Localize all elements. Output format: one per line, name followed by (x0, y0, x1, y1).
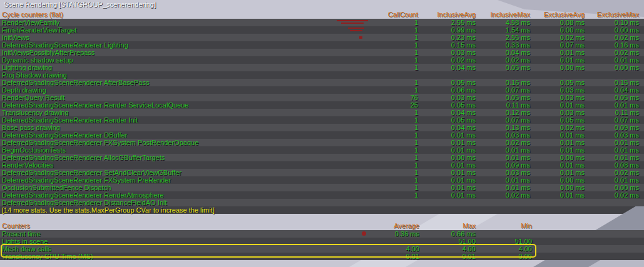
stat-name: DeferredShadingSceneRenderer Render Serv… (0, 101, 362, 109)
stat-name: Lighting drawing (0, 64, 362, 71)
stat-exclusive-avg: 0.01 ms (530, 139, 585, 146)
stat-exclusive-avg: 0.01 ms (530, 56, 585, 64)
stat-inclusive-avg: 0.03 ms (418, 49, 476, 56)
stat-name: Translucency drawing (0, 109, 362, 116)
counter-average: 0.01 (363, 253, 419, 260)
stat-exclusive-max: 0.02 ms (585, 191, 639, 199)
stat-name: DeferredShadingSceneRenderer DistanceFie… (0, 199, 362, 206)
stat-exclusive-avg: 0.08 ms (530, 19, 585, 26)
stat-exclusive-max: 0.00 ms (585, 184, 639, 191)
cycle-counter-row: DeferredShadingSceneRenderer DBuffer 1 0… (0, 131, 644, 139)
stat-callcount: 1 (362, 86, 418, 94)
stat-inclusive-avg: 0.01 ms (418, 139, 476, 146)
stat-name: InitViews (0, 34, 362, 41)
cycle-counter-row: DeferredShadingSceneRenderer RenderAtmos… (0, 191, 644, 199)
stats-overflow-notice: [14 more stats. Use the stats.MaxPerGrou… (0, 206, 644, 214)
stat-callcount: 1 (362, 64, 418, 71)
stat-group-title: Scene Rendering [STATGROUP_scenerenderin… (0, 0, 644, 10)
stat-inclusive-max: 0.16 ms (476, 79, 530, 86)
counter-max: 4.00 (419, 245, 476, 253)
counter-min: 4.00 (476, 245, 532, 253)
stat-exclusive-avg: 0.01 ms (530, 131, 585, 139)
cycle-counters-table: RenderViewFamily 1 2.55 ms 4.58 ms 0.08 … (0, 19, 644, 206)
cycle-counter-row: RenderViewFamily 1 2.55 ms 4.58 ms 0.08 … (0, 19, 644, 26)
stat-exclusive-max: 0.15 ms (585, 79, 639, 86)
cycle-counter-row: DeferredShadingSceneRenderer DistanceFie… (0, 199, 644, 206)
stat-exclusive-max: 0.05 ms (585, 94, 639, 101)
stat-exclusive-max: 0.02 ms (585, 169, 639, 176)
stat-exclusive-avg: 0.02 ms (530, 124, 585, 131)
stat-inclusive-max: 0.05 ms (476, 64, 530, 71)
stat-inclusive-avg: 0.03 ms (418, 94, 476, 101)
stat-inclusive-avg: 0.01 ms (418, 169, 476, 176)
stat-name: RenderQuery Result (0, 94, 362, 101)
column-header-callcount: CallCount (362, 10, 418, 19)
cycle-counter-row: DeferredShadingSceneRenderer AllocGBuffe… (0, 154, 644, 161)
stat-exclusive-max: 0.07 ms (585, 116, 639, 124)
counter-min: 51.00 (476, 238, 532, 245)
stat-callcount: 1 (362, 124, 418, 131)
stat-exclusive-avg: 0.02 ms (530, 34, 585, 41)
stat-inclusive-avg: 0.99 ms (418, 26, 476, 34)
cycle-counter-row: InitViews 1 0.23 ms 2.55 ms 0.02 ms 0.02… (0, 34, 644, 41)
stat-exclusive-max: 0.16 ms (585, 41, 639, 49)
stat-callcount: 1 (362, 116, 418, 124)
stat-name: Proj Shadow drawing (0, 71, 362, 79)
stat-exclusive-max: 0.00 ms (585, 64, 639, 71)
stat-exclusive-avg: 0.00 ms (530, 184, 585, 191)
stat-exclusive-max: 0.11 ms (585, 109, 639, 116)
stat-exclusive-max: 0.01 ms (585, 154, 639, 161)
cycle-counter-row: BeginOcclusionTests 1 0.01 ms 0.01 ms 0.… (0, 146, 644, 154)
cycle-counter-row: Base pass drawing 1 0.04 ms 0.13 ms 0.02… (0, 124, 644, 131)
counter-average: 4.00 (363, 245, 419, 253)
stat-inclusive-max: 0.12 ms (476, 109, 530, 116)
stat-exclusive-avg: 0.01 ms (530, 161, 585, 169)
stat-exclusive-avg: 0.00 ms (530, 64, 585, 71)
counter-average: 0.36 ms (363, 230, 419, 238)
stat-name: DeferredShadingSceneRenderer FXSystem Pr… (0, 176, 362, 184)
stat-exclusive-max: 0.01 ms (585, 146, 639, 154)
stat-exclusive-max: 0.01 ms (585, 176, 639, 184)
stat-name: DeferredShadingSceneRenderer DBuffer (0, 131, 362, 139)
stat-name: DeferredShadingSceneRenderer AllocGBuffe… (0, 154, 362, 161)
stat-inclusive-avg: 0.05 ms (418, 79, 476, 86)
stat-exclusive-max: 0.00 ms (585, 26, 639, 34)
stat-inclusive-max: 0.01 ms (476, 146, 530, 154)
stat-inclusive-max: 1.54 ms (476, 26, 530, 34)
counter-row: Translucency GPU Time (MS) 0.01 0.01 0.0… (0, 253, 644, 260)
stat-inclusive-max: 0.07 ms (476, 116, 530, 124)
cycle-counters-section-label: Cycle counters (flat) (0, 10, 362, 19)
cycle-counter-row: Translucency drawing 1 0.04 ms 0.12 ms 0… (0, 109, 644, 116)
stat-inclusive-max: 0.07 ms (476, 86, 530, 94)
stat-inclusive-avg: 0.00 ms (418, 154, 476, 161)
stat-exclusive-max: 0.01 ms (585, 139, 639, 146)
stat-callcount: 1 (362, 131, 418, 139)
stat-exclusive-max: 0.10 ms (585, 19, 639, 26)
stat-inclusive-max: 2.55 ms (476, 34, 530, 41)
stat-inclusive-max: 0.13 ms (476, 124, 530, 131)
stat-name: RenderVelocities (0, 161, 362, 169)
stat-exclusive-avg: 0.01 ms (530, 49, 585, 56)
stat-name: DeferredShadingSceneRenderer Lighting (0, 41, 362, 49)
stat-inclusive-avg: 0.23 ms (418, 34, 476, 41)
cycle-counters-header-row: Cycle counters (flat) CallCount Inclusiv… (0, 10, 644, 19)
cycle-counter-row: DeferredShadingSceneRenderer FXSystem Po… (0, 139, 644, 146)
cycle-counter-row: RenderQuery Result 76 0.03 ms 0.05 ms 0.… (0, 94, 644, 101)
counter-max: 51.00 (419, 238, 476, 245)
stat-callcount: 1 (362, 169, 418, 176)
stat-exclusive-avg: 0.03 ms (530, 86, 585, 94)
counters-section-label: Counters (0, 222, 363, 230)
cycle-counter-row: DeferredShadingSceneRenderer SetAndClear… (0, 169, 644, 176)
stat-exclusive-max: 0.09 ms (585, 124, 639, 131)
cycle-counter-row: Lighting drawing 1 0.04 ms 0.05 ms 0.00 … (0, 64, 644, 71)
stat-inclusive-max: 0.01 ms (476, 184, 530, 191)
stat-exclusive-avg: 0.00 ms (530, 26, 585, 34)
stat-exclusive-max: 0.08 ms (585, 161, 639, 169)
stat-inclusive-avg: 0.06 ms (418, 86, 476, 94)
section-gap (0, 214, 644, 222)
cycle-counter-row: DeferredShadingSceneRenderer Render Init… (0, 116, 644, 124)
stat-exclusive-avg: 0.07 ms (530, 41, 585, 49)
stat-inclusive-max: 0.11 ms (476, 101, 530, 109)
stat-callcount: 1 (362, 79, 418, 86)
stat-inclusive-avg: 0.01 ms (418, 176, 476, 184)
